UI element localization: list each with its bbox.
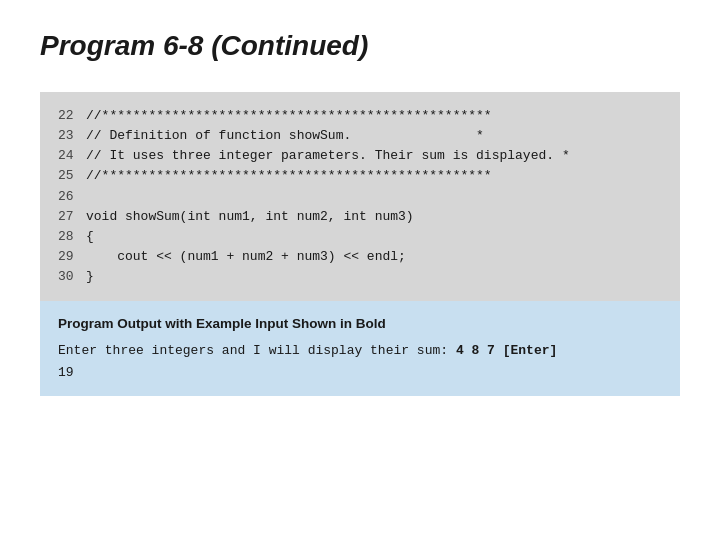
code-line-29: 29 cout << (num1 + num2 + num3) << endl;	[58, 247, 662, 267]
line-number: 24	[58, 146, 86, 166]
code-line-25: 25 //***********************************…	[58, 166, 662, 186]
output-block: Program Output with Example Input Shown …	[40, 301, 680, 396]
code-block: 22 //***********************************…	[40, 92, 680, 301]
code-line-22: 22 //***********************************…	[58, 106, 662, 126]
code-line-23: 23 // Definition of function showSum. *	[58, 126, 662, 146]
code-text: {	[86, 227, 94, 247]
line-number: 30	[58, 267, 86, 287]
code-line-30: 30 }	[58, 267, 662, 287]
output-line2: 19	[58, 362, 662, 384]
line-number: 27	[58, 207, 86, 227]
output-prefix: Enter three integers and I will display …	[58, 343, 456, 358]
slide: Program 6-8 (Continued) 22 //***********…	[0, 0, 720, 540]
line-number: 28	[58, 227, 86, 247]
code-text: cout << (num1 + num2 + num3) << endl;	[86, 247, 406, 267]
code-line-24: 24 // It uses three integer parameters. …	[58, 146, 662, 166]
code-text: void showSum(int num1, int num2, int num…	[86, 207, 414, 227]
code-text: // It uses three integer parameters. The…	[86, 146, 570, 166]
code-line-26: 26	[58, 187, 662, 207]
line-number: 22	[58, 106, 86, 126]
code-line-27: 27 void showSum(int num1, int num2, int …	[58, 207, 662, 227]
code-line-28: 28 {	[58, 227, 662, 247]
page-title: Program 6-8 (Continued)	[40, 30, 680, 62]
line-number: 26	[58, 187, 86, 207]
code-text: // Definition of function showSum. *	[86, 126, 484, 146]
output-line1: Enter three integers and I will display …	[58, 340, 662, 362]
line-number: 23	[58, 126, 86, 146]
output-bold-input: 4 8 7 [Enter]	[456, 343, 557, 358]
line-number: 25	[58, 166, 86, 186]
code-text: //**************************************…	[86, 106, 492, 126]
code-text: }	[86, 267, 94, 287]
line-number: 29	[58, 247, 86, 267]
output-title: Program Output with Example Input Shown …	[58, 313, 662, 336]
code-text: //**************************************…	[86, 166, 492, 186]
